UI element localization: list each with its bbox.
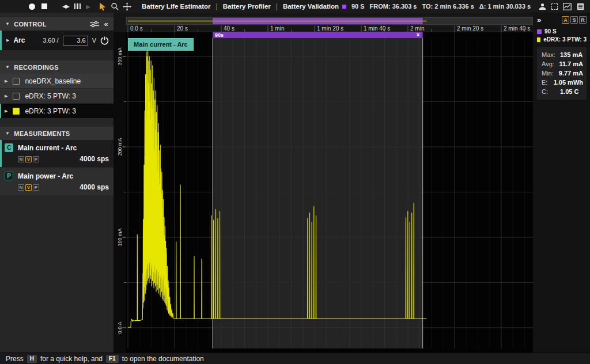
- tab-battery-life-estimator[interactable]: Battery Life Estimator: [142, 3, 211, 10]
- user-icon[interactable]: [539, 3, 546, 10]
- cursor-tool-icon[interactable]: [99, 2, 107, 11]
- recording-row-selected[interactable]: ▶ eDRX: 3 PTW: 3: [0, 104, 114, 118]
- legend-item[interactable]: eDRX: 3 PTW: 3: [537, 36, 587, 43]
- selection-from: FROM: 36.303 s: [370, 3, 417, 10]
- y-axis-tick-label: 100 mA: [117, 228, 123, 246]
- x-axis-tick-label: 1 min 20 s: [317, 25, 343, 32]
- selection-bar-label: 90s: [215, 32, 224, 38]
- keycap-f1: F1: [106, 355, 119, 363]
- selection-swatch: [342, 5, 346, 9]
- chart-plot[interactable]: 0.0 s20 s40 s1 min1 min 20 s1 min 40 s2 …: [114, 13, 533, 352]
- measurements-section-header[interactable]: ▼ MEASUREMENTS: [0, 127, 114, 140]
- control-device-row[interactable]: ▶ Arc 3.60 / V: [0, 31, 114, 50]
- sample-rate: 4000 sps: [80, 155, 109, 163]
- chart-area: 0.0 s20 s40 s1 min1 min 20 s1 min 40 s2 …: [114, 13, 533, 352]
- legend-swatch-selection: [537, 29, 542, 34]
- keycap-h: H: [27, 355, 37, 363]
- legend-swatch-series: [537, 37, 540, 42]
- selection-region[interactable]: [213, 38, 423, 348]
- measurement-row[interactable]: P Main power - Arc N V P 4000 sps: [0, 168, 114, 195]
- recording-row[interactable]: ▶ eDRX: 5 PTW: 3: [0, 89, 114, 103]
- voltage-input[interactable]: [63, 36, 88, 46]
- settings-sliders-icon[interactable]: [90, 21, 99, 28]
- x-axis-tick-label: 40 s: [224, 25, 235, 32]
- legend-label: eDRX: 3 PTW: 3: [543, 36, 587, 43]
- series-tooltip: Main current - Arc: [128, 38, 194, 51]
- y-axis-tick-label: 200 mA: [117, 138, 123, 156]
- stat-label: Min:: [542, 70, 559, 77]
- selection-bar[interactable]: [213, 32, 423, 38]
- collapse-triangle-icon: ▼: [5, 65, 10, 70]
- recording-name: noeDRX_baseline: [25, 77, 81, 85]
- recording-visibility-checkbox[interactable]: [13, 78, 20, 85]
- collapse-triangle-icon: ▼: [5, 21, 10, 26]
- legend-item[interactable]: 90 S: [537, 28, 587, 35]
- recording-visibility-checkbox[interactable]: [13, 108, 20, 115]
- control-section-title: CONTROL: [14, 21, 46, 28]
- stop-button[interactable]: [41, 3, 47, 9]
- toggle-v[interactable]: V: [25, 156, 32, 162]
- chart-view-icon[interactable]: [563, 3, 572, 10]
- x-axis-tick-label: 20 s: [177, 25, 188, 32]
- selection-duration: 90 S: [351, 3, 365, 10]
- expand-triangle-icon[interactable]: ▶: [5, 79, 7, 84]
- toggle-n[interactable]: N: [18, 156, 24, 162]
- stat-mode-s-button[interactable]: S: [570, 16, 578, 24]
- stat-mode-a-button[interactable]: A: [562, 16, 569, 24]
- toggle-p[interactable]: P: [33, 156, 39, 162]
- power-measurement-icon: P: [5, 172, 13, 180]
- current-measurement-icon: C: [5, 143, 13, 152]
- selection-close-icon[interactable]: ×: [417, 32, 420, 38]
- stat-label: E:: [542, 79, 554, 86]
- selection-range-readout: 90 S FROM: 36.303 s TO: 2 min 6.336 s Δ:…: [342, 3, 531, 10]
- expand-triangle-icon[interactable]: ▶: [5, 94, 7, 98]
- sidebar: ▼ CONTROL « ▶ Arc 3.60 / V ▼ RECORDINGS …: [0, 13, 114, 352]
- recording-row[interactable]: ▶ noeDRX_baseline: [0, 74, 114, 88]
- legend-label: 90 S: [544, 28, 557, 35]
- measurement-row-selected[interactable]: C Main current - Arc N V P 4000 sps: [0, 140, 114, 167]
- list-view-icon[interactable]: [577, 3, 584, 10]
- voltage-readout: 3.60 /: [43, 37, 59, 44]
- measurement-name: Main current - Arc: [18, 144, 77, 152]
- x-axis-tick-label: 2 min 20 s: [457, 25, 483, 32]
- toggle-n[interactable]: N: [18, 184, 24, 191]
- power-icon[interactable]: [100, 36, 109, 45]
- recording-name: eDRX: 3 PTW: 3: [25, 107, 75, 115]
- x-axis-tick-label: 0.0 s: [130, 25, 143, 32]
- voltage-unit: V: [92, 37, 96, 44]
- zoom-tool-icon[interactable]: [111, 2, 119, 10]
- record-button[interactable]: [29, 3, 35, 10]
- selection-stats: Max:135 mA Avg:11.7 mA Min:9.77 mA E:1.0…: [537, 47, 587, 100]
- stat-value: 135 mA: [560, 51, 583, 58]
- selection-delta: Δ: 1 min 30.033 s: [479, 3, 531, 10]
- expand-triangle-icon[interactable]: ▶: [5, 109, 7, 113]
- toggle-p[interactable]: P: [33, 184, 39, 191]
- collapse-sidebar-icon[interactable]: «: [104, 20, 108, 28]
- frames-icon[interactable]: [74, 3, 81, 9]
- recordings-section-title: RECORDINGS: [14, 64, 59, 71]
- stats-panel: » A S R 90 S eDRX: 3 PTW: 3 Max:135 mA A…: [533, 13, 590, 352]
- measurement-name: Main power - Arc: [18, 172, 73, 180]
- toggle-v[interactable]: V: [25, 184, 32, 191]
- help-hint-mid: for a quick help, and: [40, 355, 103, 363]
- play-icon[interactable]: ▶: [86, 3, 90, 10]
- step-markers-icon[interactable]: ◀▶: [62, 3, 69, 9]
- expand-panel-icon[interactable]: »: [537, 16, 541, 24]
- sample-rate: 4000 sps: [80, 183, 109, 191]
- help-hint-post: to open the documentation: [122, 355, 204, 363]
- recordings-section-header[interactable]: ▼ RECORDINGS: [0, 60, 114, 74]
- stat-mode-r-button[interactable]: R: [579, 16, 587, 24]
- tab-battery-validation[interactable]: Battery Validation: [283, 3, 339, 10]
- expand-triangle-icon[interactable]: ▶: [6, 38, 9, 43]
- stat-label: Max:: [542, 51, 560, 58]
- y-axis-tick-label: 300 mA: [117, 47, 123, 65]
- select-region-icon[interactable]: [551, 3, 558, 10]
- collapse-triangle-icon: ▼: [5, 131, 10, 136]
- pan-tool-icon[interactable]: [123, 2, 131, 11]
- tab-battery-profiler[interactable]: Battery Profiler: [223, 3, 271, 10]
- recording-visibility-checkbox[interactable]: [13, 93, 20, 100]
- selection-to: TO: 2 min 6.336 s: [422, 3, 474, 10]
- control-section-header[interactable]: ▼ CONTROL «: [0, 17, 114, 31]
- device-name: Arc: [13, 36, 25, 44]
- x-axis-tick-label: 2 min 40 s: [504, 25, 530, 32]
